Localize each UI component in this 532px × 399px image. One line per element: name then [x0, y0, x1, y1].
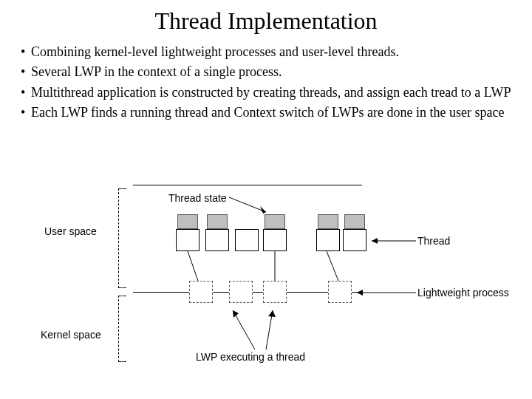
- lwp-box: [328, 281, 352, 303]
- svg-marker-12: [268, 310, 276, 317]
- thread-box: [316, 229, 340, 251]
- arrow-lwp-exec-2: [262, 307, 284, 351]
- svg-line-9: [233, 310, 255, 349]
- lwp-box: [263, 281, 287, 303]
- diagram: User space Kernel space Thread state Thr…: [0, 185, 532, 392]
- label-thread-state: Thread state: [168, 192, 227, 204]
- thread-box: [235, 229, 259, 251]
- lwp-box: [229, 281, 253, 303]
- svg-marker-3: [372, 238, 378, 244]
- svg-line-0: [229, 197, 266, 212]
- arrow-thread: [368, 236, 420, 248]
- bullet-item: Several LWP in the context of a single p…: [21, 64, 517, 81]
- thread-state-box: [177, 214, 198, 229]
- thread-box: [205, 229, 229, 251]
- divider-top: [133, 185, 362, 185]
- label-kernel-space: Kernel space: [41, 329, 101, 341]
- page-title: Thread Implementation: [0, 0, 532, 35]
- svg-line-6: [327, 251, 338, 281]
- svg-marker-10: [233, 310, 239, 318]
- connector: [325, 251, 341, 282]
- connector: [273, 251, 278, 282]
- bullet-item: Each LWP finds a running thread and Cont…: [21, 104, 517, 121]
- thread-box: [176, 229, 200, 251]
- thread-box: [343, 229, 366, 251]
- connector: [186, 251, 201, 282]
- slide: Thread Implementation Combining kernel-l…: [0, 0, 532, 399]
- label-user-space: User space: [44, 225, 97, 237]
- bullet-item: Combining kernel-level lightweight proce…: [21, 44, 517, 61]
- svg-marker-8: [357, 290, 363, 296]
- thread-state-box: [344, 214, 365, 229]
- svg-line-4: [188, 251, 198, 281]
- bullet-item: Multithread application is constructed b…: [21, 84, 517, 101]
- brace-user: [118, 188, 119, 288]
- thread-state-box: [318, 214, 338, 229]
- thread-box: [263, 229, 287, 251]
- bullet-list: Combining kernel-level lightweight proce…: [21, 44, 517, 122]
- thread-state-box: [207, 214, 228, 229]
- arrow-lwp-exec-1: [229, 307, 259, 351]
- arrow-lwp: [353, 288, 420, 300]
- thread-state-box: [265, 214, 285, 229]
- label-lwp: Lightweight process: [417, 287, 509, 299]
- label-thread: Thread: [417, 235, 450, 247]
- lwp-box: [189, 281, 213, 303]
- label-lwp-exec: LWP executing a thread: [196, 351, 305, 363]
- brace-kernel: [118, 296, 119, 362]
